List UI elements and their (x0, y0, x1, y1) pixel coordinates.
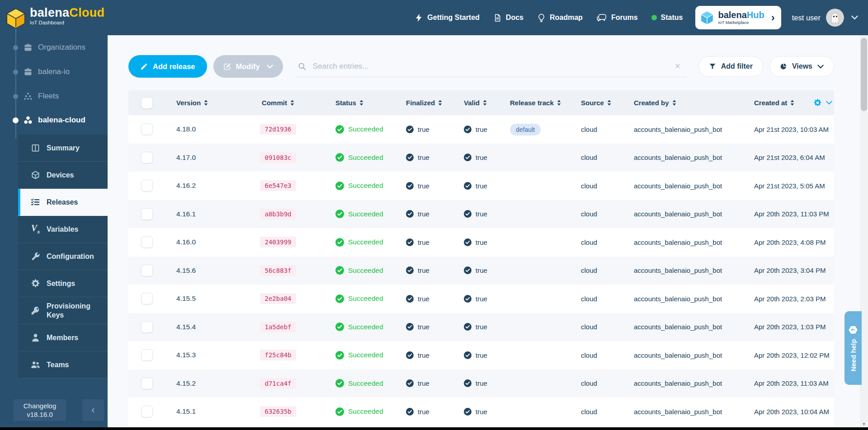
modify-button[interactable]: Modify (213, 55, 283, 78)
views-button[interactable]: Views (769, 56, 834, 77)
table-row[interactable]: 4.15.3 f25c84b Succeeded true true cloud… (128, 341, 834, 369)
row-checkbox[interactable] (141, 265, 153, 276)
row-checkbox[interactable] (141, 349, 153, 361)
table-row[interactable]: 4.15.4 1a5debf Succeeded true true cloud… (128, 313, 834, 341)
column-header-finalized[interactable]: Finalized (398, 99, 448, 107)
sort-icon[interactable] (607, 100, 611, 106)
release-version[interactable]: 4.16.2 (165, 182, 240, 190)
release-version[interactable]: 4.15.4 (165, 323, 240, 331)
column-header-release-track[interactable]: Release track (497, 99, 567, 107)
valid-cell: true (448, 210, 497, 218)
release-version[interactable]: 4.16.1 (165, 210, 240, 218)
row-checkbox-cell (128, 180, 165, 192)
sidebar-item-organizations[interactable]: Organizations (0, 35, 108, 60)
brand-logo[interactable]: balenaCloud IoT Dashboard (6, 6, 104, 29)
brand-name: balenaCloud (30, 6, 104, 19)
sidebar-item-teams[interactable]: Teams (18, 351, 108, 379)
scrollbar-thumb[interactable] (861, 38, 867, 111)
chevron-down-icon[interactable] (826, 101, 832, 105)
created-at-cell: Apr 20th 2023, 1:03 PM (741, 323, 834, 331)
sort-icon[interactable] (438, 100, 442, 106)
column-header-created-by[interactable]: Created by (615, 99, 741, 107)
sidebar-item-releases[interactable]: Releases (18, 189, 108, 216)
svg-text:?: ? (850, 328, 856, 332)
table-row[interactable]: 4.15.1 632635b Succeeded true true cloud… (128, 397, 834, 426)
navbar-link-docs[interactable]: Docs (493, 14, 524, 22)
row-checkbox[interactable] (141, 236, 153, 248)
row-checkbox[interactable] (141, 378, 153, 389)
column-header-commit[interactable]: Commit (240, 99, 316, 107)
user-menu[interactable]: test user (792, 9, 858, 27)
table-row[interactable]: 4.15.6 56c883f Succeeded true true cloud… (128, 257, 834, 285)
row-checkbox[interactable] (141, 180, 153, 192)
release-version[interactable]: 4.18.0 (165, 125, 240, 133)
sidebar-item-variables[interactable]: Vx Variables (18, 216, 108, 243)
table-row[interactable]: 4.16.1 a8b3b9d Succeeded true true cloud… (128, 200, 834, 229)
table-row[interactable]: 4.16.2 6e547e3 Succeeded true true cloud… (128, 172, 834, 200)
add-filter-button[interactable]: Add filter (698, 56, 763, 77)
status-text: Succeeded (348, 210, 383, 218)
row-checkbox-cell (128, 406, 165, 417)
row-checkbox[interactable] (141, 293, 153, 304)
row-checkbox[interactable] (141, 321, 153, 333)
table-row[interactable]: 4.18.0 72d1936 Succeeded true true defau… (128, 115, 834, 144)
table-row[interactable]: 4.15.2 d71ca4f Succeeded true true cloud… (128, 369, 834, 398)
column-header-status[interactable]: Status (316, 99, 398, 107)
valid-cell: true (448, 154, 497, 161)
user-avatar (826, 9, 844, 27)
sidebar-item-settings[interactable]: Settings (18, 270, 108, 297)
sort-icon[interactable] (672, 100, 676, 106)
column-header-version[interactable]: Version (165, 99, 240, 107)
release-version[interactable]: 4.15.6 (165, 266, 240, 275)
balena-hub-button[interactable]: balenaHub IoT Marketplace › (695, 6, 781, 29)
table-row[interactable]: 4.16.0 2403999 Succeeded true true cloud… (128, 228, 834, 257)
release-version[interactable]: 4.15.5 (165, 294, 240, 303)
sidebar-item-configuration[interactable]: Configuration (18, 243, 108, 270)
sort-icon[interactable] (359, 100, 363, 106)
release-version[interactable]: 4.15.1 (165, 407, 240, 416)
select-all-checkbox[interactable] (141, 97, 153, 109)
release-version[interactable]: 4.15.2 (165, 379, 240, 388)
row-checkbox-cell (128, 321, 165, 333)
hub-subtitle: IoT Marketplace (718, 20, 764, 25)
column-header-created-at[interactable]: Created at (741, 98, 834, 107)
sort-icon[interactable] (290, 100, 294, 106)
need-help-tab[interactable]: Need help ? (844, 311, 862, 385)
table-row[interactable]: 4.17.0 091083c Succeeded true true cloud… (128, 144, 834, 172)
sidebar-collapse-button[interactable]: ‹ (82, 399, 104, 421)
row-checkbox[interactable] (141, 123, 153, 135)
column-header-valid[interactable]: Valid (448, 99, 497, 107)
navbar-link-forums[interactable]: Forums (596, 14, 638, 22)
sidebar-item-summary[interactable]: Summary (18, 135, 108, 162)
sidebar-item-members[interactable]: Members (18, 324, 108, 351)
sidebar-item-fleets[interactable]: Fleets (0, 84, 108, 108)
column-header-source[interactable]: Source (567, 99, 615, 107)
sidebar-item-balena-cloud[interactable]: balena-cloud (0, 108, 108, 132)
sidebar-item-devices[interactable]: Devices (18, 162, 108, 189)
navbar-link-status[interactable]: Status (651, 14, 683, 22)
sidebar-item-balena-io[interactable]: balena-io (0, 60, 108, 84)
release-version[interactable]: 4.16.0 (165, 238, 240, 246)
search-clear-icon[interactable]: × (671, 61, 684, 71)
sort-icon[interactable] (790, 100, 794, 106)
release-track-cell: default (497, 126, 567, 133)
user-chevron-down-icon[interactable] (851, 15, 858, 20)
release-version[interactable]: 4.15.3 (165, 351, 240, 359)
row-checkbox[interactable] (141, 406, 153, 417)
row-checkbox[interactable] (141, 208, 153, 220)
sort-icon[interactable] (557, 100, 561, 106)
release-version[interactable]: 4.17.0 (165, 154, 240, 162)
navbar-link-getting-started[interactable]: Getting Started (415, 14, 480, 22)
row-checkbox[interactable] (141, 152, 153, 164)
success-check-icon (335, 210, 344, 218)
scrollbar-down-arrow-icon[interactable]: ▼ (860, 422, 868, 426)
column-settings-gear-icon[interactable] (813, 98, 822, 107)
sidebar-item-provisioning-keys[interactable]: Provisioning Keys (18, 297, 108, 324)
add-release-button[interactable]: Add release (128, 55, 207, 78)
navbar-link-roadmap[interactable]: Roadmap (537, 14, 583, 22)
changelog-button[interactable]: Changelog v18.16.0 (14, 399, 66, 421)
table-row[interactable]: 4.15.5 2e2ba04 Succeeded true true cloud… (128, 285, 834, 313)
sort-icon[interactable] (204, 100, 208, 106)
sort-icon[interactable] (483, 100, 487, 106)
search-input[interactable] (312, 61, 666, 71)
